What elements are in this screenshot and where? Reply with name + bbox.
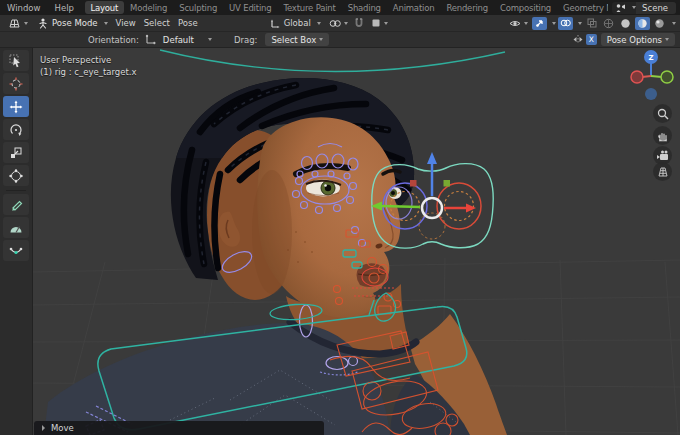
nav-axis-z-negative[interactable] <box>645 88 657 100</box>
wireframe-shading-icon <box>603 18 614 29</box>
visibility-icon <box>509 18 521 29</box>
workspace-tab-sculpting[interactable]: Sculpting <box>174 1 223 14</box>
workspace-tab-geometry-nodes[interactable]: Geometry Nodes <box>558 1 609 14</box>
workspace-tab-animation[interactable]: Animation <box>387 1 440 14</box>
menu-window[interactable]: Window <box>0 3 48 13</box>
zoom-view-button[interactable] <box>653 104 672 123</box>
overlays-icon <box>560 18 571 28</box>
magnet-icon <box>354 18 364 29</box>
view-perspective-label: User Perspective <box>40 54 137 66</box>
chevron-down-icon <box>665 38 669 41</box>
workspace-tab-layout[interactable]: Layout <box>85 1 124 14</box>
mirror-x-toggle[interactable]: X <box>586 34 597 45</box>
chevron-down-icon <box>104 22 108 25</box>
shading-rendered-button[interactable] <box>652 17 667 30</box>
chevron-down-icon <box>552 22 556 25</box>
rendered-shading-icon <box>654 18 665 29</box>
workspace-tab-modeling[interactable]: Modeling <box>125 1 173 14</box>
mirror-icon <box>572 34 584 45</box>
magnifier-icon <box>657 108 669 120</box>
orientation-default-dropdown[interactable]: Default <box>159 33 216 47</box>
pose-options-label: Pose Options <box>607 35 662 45</box>
snap-toggle[interactable] <box>352 17 367 30</box>
scene-name[interactable]: Scene <box>636 2 676 14</box>
character-render <box>44 78 507 435</box>
menu-view[interactable]: View <box>112 16 140 30</box>
nav-axis-x[interactable] <box>631 71 643 83</box>
shading-solid-button[interactable] <box>618 17 633 30</box>
active-object-label: (1) rig : c_eye_target.x <box>40 66 137 78</box>
chevron-right-icon <box>42 425 45 431</box>
pivot-point-icon <box>329 18 341 29</box>
tool-rotate[interactable] <box>3 119 29 140</box>
drag-select-box-dropdown[interactable]: Select Box <box>265 33 329 46</box>
editor-type-button[interactable] <box>4 16 32 30</box>
pose-options-dropdown[interactable]: Pose Options <box>601 33 675 46</box>
material-preview-shading-icon <box>637 18 648 29</box>
show-overlays-toggle[interactable] <box>558 17 573 30</box>
workspace-tab-rendering[interactable]: Rendering <box>441 1 494 14</box>
pivot-point-dropdown[interactable] <box>325 16 352 30</box>
mode-label: Pose Mode <box>52 18 98 28</box>
xray-toggle[interactable] <box>584 17 599 30</box>
menu-help[interactable]: Help <box>48 3 81 13</box>
chevron-down-icon <box>208 38 212 41</box>
pan-view-button[interactable] <box>653 126 672 145</box>
workspace-tab-shading[interactable]: Shading <box>342 1 386 14</box>
scene-selector[interactable]: Scene <box>612 2 676 14</box>
tool-move[interactable] <box>3 96 29 117</box>
camera-icon <box>656 150 669 161</box>
pose-mode-icon <box>38 18 48 29</box>
nav-gizmo-z-label: Z <box>648 54 653 62</box>
operator-redo-panel[interactable]: Move <box>34 421 324 435</box>
menu-pose[interactable]: Pose <box>174 16 202 30</box>
viewport-editor-icon <box>8 18 21 29</box>
toggle-orthographic-button[interactable] <box>653 162 672 181</box>
orientation-axes-icon <box>145 34 156 45</box>
tool-pose-breakdowner[interactable] <box>3 240 29 261</box>
workspace-tab-uv-editing[interactable]: UV Editing <box>224 1 277 14</box>
proportional-editing-icon <box>371 18 381 28</box>
workspace-tab-texture-paint[interactable]: Texture Paint <box>278 1 341 14</box>
orientation-value: Global <box>284 18 311 28</box>
navigation-gizmo[interactable]: Z <box>628 48 674 106</box>
hand-icon <box>657 130 669 142</box>
operator-panel-label: Move <box>51 423 74 433</box>
chevron-down-icon <box>384 22 388 25</box>
view-object-types-dropdown[interactable] <box>507 16 530 30</box>
chevron-down-icon <box>344 22 348 25</box>
tool-scale[interactable] <box>3 142 29 163</box>
chevron-down-icon <box>672 22 676 25</box>
tool-transform[interactable] <box>3 165 29 186</box>
drag-value: Select Box <box>271 35 316 45</box>
nav-axis-y[interactable] <box>661 71 673 83</box>
proportional-editing-dropdown[interactable] <box>367 16 392 30</box>
tool-settings-bar: Orientation: Default Drag: Select Box X … <box>0 32 680 48</box>
orientation-axes-icon <box>270 18 281 29</box>
show-gizmo-toggle[interactable] <box>532 17 547 30</box>
mode-selector[interactable]: Pose Mode <box>34 16 112 30</box>
toolbar-separator <box>6 190 26 191</box>
tool-tweak-select[interactable] <box>3 50 29 71</box>
gizmo-arrow-icon <box>535 18 545 28</box>
transform-orientation-dropdown[interactable]: Global <box>266 16 325 30</box>
workspace-tabs: Layout Modeling Sculpting UV Editing Tex… <box>85 1 608 14</box>
workspace-tab-compositing[interactable]: Compositing <box>494 1 556 14</box>
scene-icon <box>612 3 629 13</box>
menu-select[interactable]: Select <box>140 16 174 30</box>
toolbar <box>0 48 33 435</box>
viewport-header: Pose Mode View Select Pose Global <box>0 15 680 32</box>
orientation-default-value: Default <box>163 35 194 45</box>
tool-measure[interactable] <box>3 217 29 238</box>
tool-cursor[interactable] <box>3 73 29 94</box>
shading-material-button[interactable] <box>635 17 650 30</box>
grid-icon <box>657 166 669 178</box>
shading-wireframe-button[interactable] <box>601 17 616 30</box>
blender-window: Window Help Layout Modeling Sculpting UV… <box>0 0 680 435</box>
solid-shading-icon <box>620 18 631 29</box>
xray-icon <box>587 18 597 28</box>
chevron-down-icon <box>524 22 528 25</box>
chevron-down-icon <box>319 38 323 41</box>
chevron-down-icon <box>578 22 582 25</box>
tool-annotate[interactable] <box>3 194 29 215</box>
